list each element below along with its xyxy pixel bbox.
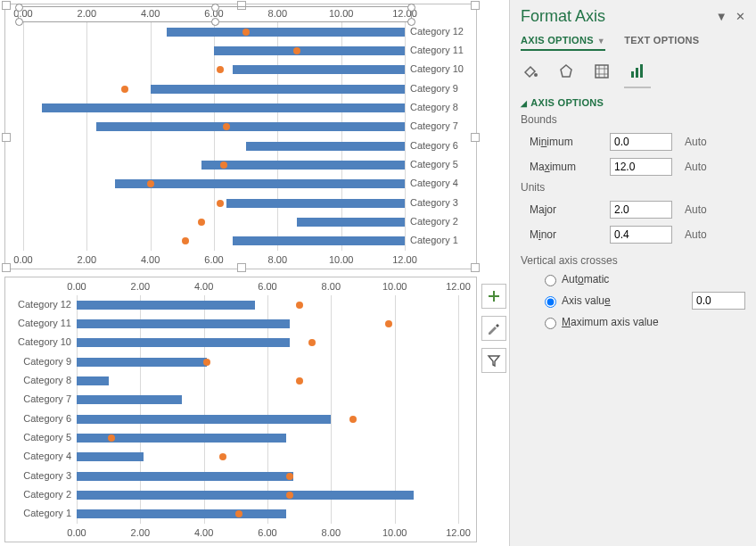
minor-input[interactable] <box>610 226 672 244</box>
radio-max-label: Maximum axis value <box>562 316 659 328</box>
bar[interactable] <box>246 142 405 151</box>
marker-dot[interactable] <box>198 219 205 226</box>
bar[interactable] <box>115 179 405 188</box>
marker-dot[interactable] <box>108 434 115 442</box>
chart-2-container[interactable]: 0.000.002.002.004.004.006.006.008.008.00… <box>4 277 477 542</box>
bar[interactable] <box>201 161 405 170</box>
marker-dot[interactable] <box>349 416 357 423</box>
max-auto-label[interactable]: Auto <box>685 161 707 173</box>
major-input[interactable] <box>610 201 672 219</box>
radio-axis-value[interactable] <box>545 296 556 308</box>
marker-dot[interactable] <box>308 339 316 346</box>
marker-dot[interactable] <box>296 377 303 385</box>
bar[interactable] <box>226 199 405 208</box>
crosses-value-input[interactable] <box>692 292 745 310</box>
marker-dot[interactable] <box>182 237 189 244</box>
bar[interactable] <box>77 452 144 461</box>
bar[interactable] <box>77 491 414 500</box>
units-label: Units <box>521 181 745 194</box>
bar[interactable] <box>77 338 290 347</box>
bar[interactable] <box>42 103 405 112</box>
marker-dot[interactable] <box>235 510 242 517</box>
axis-tick-top: 10.00 <box>382 281 407 292</box>
bar[interactable] <box>151 85 405 94</box>
pane-options-icon[interactable]: ▼ <box>716 10 727 23</box>
marker-dot[interactable] <box>385 320 392 327</box>
bar[interactable] <box>233 65 405 74</box>
marker-dot[interactable] <box>286 473 293 480</box>
chevron-down-icon: ▼ <box>597 37 605 46</box>
marker-dot[interactable] <box>121 86 128 93</box>
category-label: Category 5 <box>410 159 458 170</box>
axis-tick-bottom: 6.00 <box>258 527 276 538</box>
marker-dot[interactable] <box>293 47 300 54</box>
bar[interactable] <box>77 301 255 310</box>
bar[interactable] <box>77 395 182 404</box>
max-input[interactable] <box>610 158 672 176</box>
marker-dot[interactable] <box>219 453 226 460</box>
axis-tick-bottom: 6.00 <box>204 254 223 265</box>
tab-axis-options[interactable]: AXIS OPTIONS▼ <box>521 35 605 51</box>
min-auto-label[interactable]: Auto <box>685 136 707 148</box>
min-input[interactable] <box>610 133 672 151</box>
bar[interactable] <box>77 376 109 385</box>
category-label: Category 10 <box>18 336 71 347</box>
bar[interactable] <box>77 319 290 328</box>
marker-dot[interactable] <box>242 29 250 36</box>
section-axis-options[interactable]: ◢AXIS OPTIONS <box>521 97 745 108</box>
bar[interactable] <box>233 236 405 245</box>
radio-automatic-label: Automatic <box>562 273 609 285</box>
min-label: Minimum <box>521 136 610 148</box>
major-auto-label[interactable]: Auto <box>685 203 707 216</box>
svg-rect-5 <box>640 64 643 78</box>
fill-bucket-icon[interactable] <box>521 62 540 81</box>
bar[interactable] <box>297 218 405 227</box>
pane-close-icon[interactable]: ✕ <box>735 10 745 23</box>
bar[interactable] <box>77 358 207 367</box>
axis-options-icon[interactable] <box>628 62 647 81</box>
bar[interactable] <box>214 46 405 55</box>
marker-dot[interactable] <box>286 492 293 499</box>
chart-styles-button[interactable] <box>481 316 506 341</box>
minor-auto-label[interactable]: Auto <box>685 228 707 241</box>
marker-dot[interactable] <box>217 200 224 207</box>
category-label: Category 12 <box>18 299 71 310</box>
crosses-label: Vertical axis crosses <box>521 254 745 267</box>
axis-tick-top: 4.00 <box>194 281 213 292</box>
axis-tick-bottom: 10.00 <box>329 254 354 265</box>
marker-dot[interactable] <box>296 302 303 309</box>
marker-dot[interactable] <box>220 161 227 169</box>
marker-dot[interactable] <box>203 359 210 366</box>
tab-text-options[interactable]: TEXT OPTIONS <box>624 35 699 46</box>
radio-max-axis-value[interactable] <box>545 318 556 329</box>
category-label: Category 7 <box>410 120 458 131</box>
category-label: Category 2 <box>23 489 71 500</box>
axis-tick-top: 0.00 <box>67 281 86 292</box>
bar[interactable] <box>77 415 331 424</box>
axis-tick-bottom: 10.00 <box>382 527 407 538</box>
axis-selection-box[interactable] <box>18 6 412 22</box>
chart-1-container[interactable]: 0.000.002.002.004.004.006.006.008.008.00… <box>4 4 477 269</box>
bar[interactable] <box>167 28 406 37</box>
effects-icon[interactable] <box>556 62 576 81</box>
category-label: Category 11 <box>410 45 464 55</box>
category-label: Category 10 <box>410 63 464 74</box>
category-label: Category 2 <box>410 216 458 227</box>
radio-automatic[interactable] <box>545 275 556 286</box>
svg-rect-3 <box>631 71 634 78</box>
bar[interactable] <box>96 122 405 131</box>
max-label: Maximum <box>521 161 610 173</box>
size-props-icon[interactable] <box>592 62 612 81</box>
pane-title: Format Axis <box>521 7 605 26</box>
marker-dot[interactable] <box>217 66 224 73</box>
axis-tick-bottom: 0.00 <box>13 254 32 265</box>
bar[interactable] <box>77 509 286 518</box>
marker-dot[interactable] <box>223 123 230 130</box>
collapse-triangle-icon: ◢ <box>521 99 527 108</box>
bar[interactable] <box>77 472 293 481</box>
category-label: Category 1 <box>410 235 458 245</box>
chart-filter-button[interactable] <box>481 348 506 373</box>
bounds-label: Bounds <box>521 113 745 126</box>
add-chart-element-button[interactable] <box>481 284 506 309</box>
marker-dot[interactable] <box>147 180 154 187</box>
